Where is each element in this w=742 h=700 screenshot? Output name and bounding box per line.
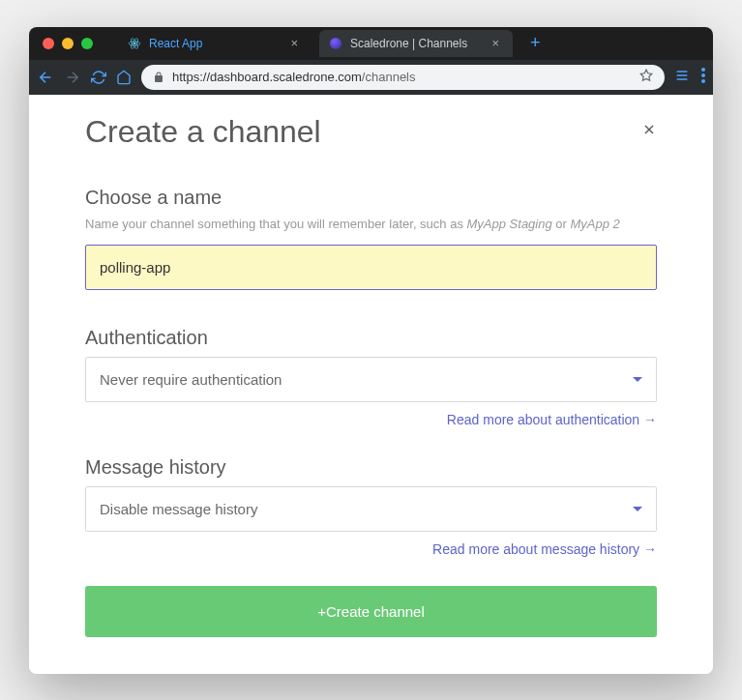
authentication-selected-label: Never require authentication: [100, 371, 282, 388]
svg-point-10: [701, 79, 705, 83]
extension-icons: [674, 68, 705, 87]
page-title: Create a channel: [85, 114, 321, 150]
message-history-readmore-link[interactable]: Read more about message history →: [432, 541, 657, 557]
forward-button[interactable]: [64, 69, 81, 86]
browser-titlebar: React App × Scaledrone | Channels × + ht…: [29, 27, 713, 95]
message-history-heading: Message history: [85, 456, 657, 479]
window-zoom-icon[interactable]: [81, 38, 93, 49]
svg-point-0: [134, 42, 135, 44]
page-content: Create a channel Choose a name Name your…: [29, 95, 713, 674]
tab-label: React App: [149, 37, 202, 50]
traffic-lights: [43, 38, 93, 49]
authentication-heading: Authentication: [85, 327, 657, 349]
tab-close-icon[interactable]: ×: [488, 36, 503, 50]
name-heading: Choose a name: [85, 187, 657, 209]
browser-window: React App × Scaledrone | Channels × + ht…: [29, 27, 713, 674]
devtools-icon[interactable]: [674, 68, 690, 87]
message-history-readmore: Read more about message history →: [85, 541, 657, 557]
message-history-select[interactable]: Disable message history: [85, 486, 657, 532]
svg-point-9: [701, 73, 705, 77]
svg-marker-4: [640, 70, 652, 80]
home-button[interactable]: [116, 70, 132, 85]
scaledrone-icon: [329, 37, 342, 50]
close-dialog-button[interactable]: [641, 122, 657, 142]
url-text: https://dashboard.scaledrone.com/channel…: [172, 70, 416, 84]
dialog-header: Create a channel: [85, 114, 657, 150]
tab-label: Scaledrone | Channels: [350, 37, 467, 50]
chevron-down-icon: [633, 507, 642, 511]
authentication-readmore: Read more about authentication →: [85, 412, 657, 427]
window-close-icon[interactable]: [43, 38, 54, 49]
browser-toolbar: https://dashboard.scaledrone.com/channel…: [29, 60, 713, 95]
svg-point-8: [701, 68, 705, 72]
tab-close-icon[interactable]: ×: [286, 36, 302, 50]
react-icon: [128, 37, 141, 50]
reload-button[interactable]: [91, 70, 106, 85]
bookmark-star-icon[interactable]: [639, 69, 653, 85]
authentication-select[interactable]: Never require authentication: [85, 357, 657, 402]
authentication-readmore-link[interactable]: Read more about authentication →: [447, 412, 657, 427]
chevron-down-icon: [633, 377, 642, 382]
lock-icon: [153, 72, 164, 83]
tab-strip: React App × Scaledrone | Channels × +: [29, 27, 713, 60]
window-minimize-icon[interactable]: [62, 38, 74, 49]
channel-name-input[interactable]: [85, 245, 657, 290]
new-tab-button[interactable]: +: [520, 33, 550, 53]
url-bar[interactable]: https://dashboard.scaledrone.com/channel…: [141, 65, 665, 90]
create-channel-button[interactable]: +Create channel: [85, 586, 657, 637]
message-history-selected-label: Disable message history: [100, 501, 257, 517]
menu-icon[interactable]: [701, 68, 705, 87]
back-button[interactable]: [37, 69, 54, 86]
name-hint: Name your channel something that you wil…: [85, 217, 657, 231]
tab-react-app[interactable]: React App ×: [118, 30, 312, 57]
tab-scaledrone[interactable]: Scaledrone | Channels ×: [319, 30, 513, 57]
